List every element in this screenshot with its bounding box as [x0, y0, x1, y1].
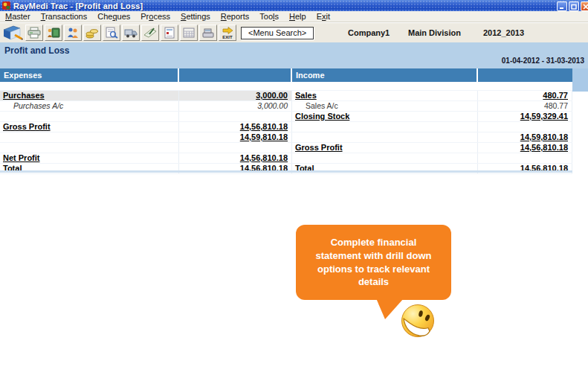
fiscal-year-label: 2012_2013: [483, 28, 524, 37]
toolbar: EXIT <Menu Search> Company1 Main Divisio…: [0, 22, 588, 43]
cash-payment-button[interactable]: [45, 25, 62, 41]
print-button[interactable]: [25, 25, 43, 41]
cheque-writing-icon: [143, 27, 157, 39]
account-label: [292, 122, 478, 132]
report-period: 01-04-2012 - 31-03-2013: [502, 57, 584, 65]
account-label[interactable]: Purchases: [0, 91, 179, 100]
account-label[interactable]: Gross Profit: [0, 122, 179, 132]
smiley-face-icon: [400, 303, 436, 339]
report-document-icon: [163, 27, 176, 39]
expenses-amount-header: [179, 68, 292, 82]
report-document-button[interactable]: [161, 25, 178, 41]
report-content: Profit and Loss 01-04-2012 - 31-03-2013 …: [0, 42, 588, 387]
amount-value[interactable]: 3,000.00: [179, 91, 292, 100]
amount-value[interactable]: 14,56,810.18: [478, 143, 572, 153]
callout-text: Complete financial statement with drill …: [308, 236, 440, 290]
table-row-spacer: [0, 82, 572, 91]
menu-transactions[interactable]: Transactions: [36, 11, 93, 22]
account-label: [0, 112, 179, 121]
table-row: Net Profit14,56,810.18: [0, 153, 572, 164]
account-label: Sales A/c: [292, 101, 478, 111]
table-row: Purchases3,000.00Sales480.77: [0, 91, 572, 101]
amount-value: [179, 143, 292, 153]
menu-bar: MasterTransactionsChequesProcessSettings…: [0, 11, 588, 22]
amount-value[interactable]: 14,56,810.18: [179, 122, 292, 132]
cash-payment-icon: [47, 27, 60, 39]
table-row: Purchases A/c3,000.00Sales A/c480.77: [0, 101, 572, 112]
account-label: Purchases A/c: [0, 101, 179, 111]
account-label[interactable]: [0, 132, 179, 142]
table-row: 14,59,810.1814,59,810.18: [0, 132, 572, 143]
close-button[interactable]: [581, 1, 588, 11]
report-header-band: Profit and Loss 01-04-2012 - 31-03-2013: [0, 42, 588, 68]
exit-icon: [222, 27, 233, 34]
menu-cheques[interactable]: Cheques: [92, 11, 135, 22]
calendar-button[interactable]: [180, 25, 198, 41]
search-document-button[interactable]: [103, 25, 120, 41]
table-header-row: Expenses Income: [0, 68, 572, 82]
ledger-book-icon: [2, 25, 23, 41]
amount-value: [478, 122, 572, 132]
app-window: RayMedi Trac - [Profit and Loss] MasterT…: [0, 0, 588, 387]
exit-label: EXIT: [222, 35, 232, 39]
exit-button[interactable]: EXIT: [219, 25, 236, 41]
menu-tools[interactable]: Tools: [254, 11, 284, 22]
money-bag-button[interactable]: [83, 25, 101, 41]
expenses-column-header: Expenses: [0, 68, 179, 82]
division-label: Main Division: [408, 28, 461, 37]
amount-value[interactable]: 14,56,810.18: [179, 153, 292, 163]
customers-icon: [66, 27, 80, 39]
minimize-button[interactable]: [557, 1, 567, 11]
cheque-writing-button[interactable]: [141, 25, 159, 41]
page-title: Profit and Loss: [4, 45, 69, 56]
menu-exit[interactable]: Exit: [311, 11, 335, 22]
account-label[interactable]: Gross Profit: [292, 143, 478, 153]
window-title: RayMedi Trac - [Profit and Loss]: [13, 1, 143, 10]
menu-help[interactable]: Help: [284, 11, 311, 22]
amount-value[interactable]: 14,59,329.41: [478, 112, 572, 121]
menu-process[interactable]: Process: [135, 11, 175, 22]
account-label: [292, 153, 478, 163]
app-logo-icon: [2, 1, 10, 10]
amount-value[interactable]: 480.77: [478, 91, 572, 100]
profit-loss-table: Purchases3,000.00Sales480.77Purchases A/…: [0, 82, 572, 174]
menu-reports[interactable]: Reports: [216, 11, 255, 22]
income-column-header: Income: [292, 68, 478, 82]
amount-value: 3,000.00: [179, 101, 292, 111]
delivery-truck-icon: [124, 27, 138, 39]
callout-bubble: Complete financial statement with drill …: [296, 225, 451, 300]
delivery-truck-button[interactable]: [122, 25, 140, 41]
menu-master[interactable]: Master: [0, 11, 36, 22]
amount-value: [179, 112, 292, 121]
account-label[interactable]: [292, 132, 478, 142]
menu-settings[interactable]: Settings: [175, 11, 216, 22]
calendar-icon: [182, 27, 196, 39]
income-amount-header: [478, 68, 572, 82]
amount-value: [478, 153, 572, 163]
table-row: Closing Stock14,59,329.41: [0, 112, 572, 122]
table-row: Gross Profit14,56,810.18: [0, 143, 572, 153]
account-label: [0, 143, 179, 153]
amount-value[interactable]: 14,59,810.18: [478, 132, 572, 142]
amount-value: 480.77: [478, 101, 572, 111]
account-label[interactable]: Closing Stock: [292, 112, 478, 121]
restore-button[interactable]: [569, 1, 579, 11]
amount-value[interactable]: 14,59,810.18: [179, 132, 292, 142]
cash-register-icon: [201, 27, 215, 39]
account-label[interactable]: Sales: [292, 91, 478, 100]
cash-register-button[interactable]: [199, 25, 217, 41]
table-bottom-border: [0, 170, 572, 173]
print-icon: [28, 27, 41, 39]
title-bar: RayMedi Trac - [Profit and Loss]: [0, 0, 588, 11]
search-document-icon: [105, 27, 118, 39]
scrollbar-strip[interactable]: [572, 68, 588, 92]
company-label: Company1: [348, 28, 390, 37]
account-label[interactable]: Net Profit: [0, 153, 179, 163]
money-bag-icon: [85, 27, 99, 39]
table-row: Gross Profit14,56,810.18: [0, 122, 572, 132]
customers-button[interactable]: [64, 25, 82, 41]
ledger-book-button[interactable]: [1, 25, 24, 41]
menu-search-box[interactable]: <Menu Search>: [241, 27, 314, 39]
